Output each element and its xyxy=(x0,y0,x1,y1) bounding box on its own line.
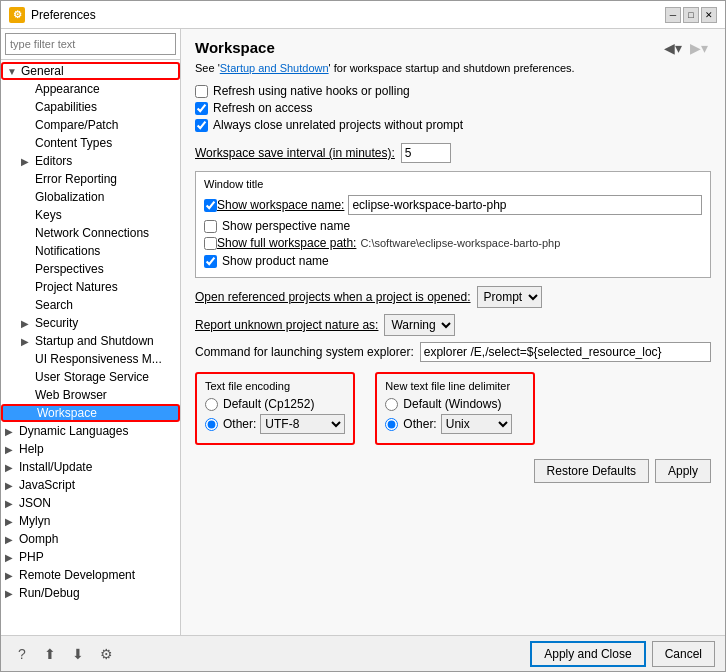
tree-item-appearance[interactable]: Appearance xyxy=(1,80,180,98)
tree-item-startup_shutdown[interactable]: ▶Startup and Shutdown xyxy=(1,332,180,350)
tree-item-general[interactable]: ▼General xyxy=(1,62,180,80)
tree-item-project_natures[interactable]: Project Natures xyxy=(1,278,180,296)
encoding-other-label[interactable]: Other: xyxy=(223,417,256,431)
show-product-label[interactable]: Show product name xyxy=(222,254,329,268)
tree-item-globalization[interactable]: Globalization xyxy=(1,188,180,206)
startup-shutdown-link[interactable]: Startup and Shutdown xyxy=(220,62,329,74)
refresh-on-access-row: Refresh on access xyxy=(195,101,711,115)
delimiter-default-radio[interactable] xyxy=(385,398,398,411)
expander-security[interactable]: ▶ xyxy=(21,318,33,329)
report-unknown-select[interactable]: Warning Error Ignore xyxy=(384,314,455,336)
save-interval-input[interactable] xyxy=(401,143,451,163)
tree-item-user_storage_service[interactable]: User Storage Service xyxy=(1,368,180,386)
tree-item-oomph[interactable]: ▶Oomph xyxy=(1,530,180,548)
show-full-path-label[interactable]: Show full workspace path: xyxy=(217,236,356,250)
tree-item-keys[interactable]: Keys xyxy=(1,206,180,224)
expander-help[interactable]: ▶ xyxy=(5,444,17,455)
nav-buttons: ◀▾ ▶▾ xyxy=(661,40,711,56)
delimiter-other-select[interactable]: Unix Windows Mac xyxy=(441,414,512,434)
tree-item-search[interactable]: Search xyxy=(1,296,180,314)
show-workspace-label[interactable]: Show workspace name: xyxy=(217,198,344,212)
tree-item-javascript[interactable]: ▶JavaScript xyxy=(1,476,180,494)
tree-item-ui_responsiveness[interactable]: UI Responsiveness M... xyxy=(1,350,180,368)
tree-item-php[interactable]: ▶PHP xyxy=(1,548,180,566)
expander-startup_shutdown[interactable]: ▶ xyxy=(21,336,33,347)
tree-item-remote_development[interactable]: ▶Remote Development xyxy=(1,566,180,584)
minimize-button[interactable]: ─ xyxy=(665,7,681,23)
expander-remote_development[interactable]: ▶ xyxy=(5,570,17,581)
tree-item-perspectives[interactable]: Perspectives xyxy=(1,260,180,278)
tree-item-json[interactable]: ▶JSON xyxy=(1,494,180,512)
tree-item-run_debug[interactable]: ▶Run/Debug xyxy=(1,584,180,602)
close-button[interactable]: ✕ xyxy=(701,7,717,23)
show-perspective-label[interactable]: Show perspective name xyxy=(222,219,350,233)
tree-item-web_browser[interactable]: Web Browser xyxy=(1,386,180,404)
delimiter-default-label[interactable]: Default (Windows) xyxy=(403,397,501,411)
expander-mylyn[interactable]: ▶ xyxy=(5,516,17,527)
search-input[interactable] xyxy=(5,33,176,55)
refresh-native-label[interactable]: Refresh using native hooks or polling xyxy=(213,84,410,98)
apply-button[interactable]: Apply xyxy=(655,459,711,483)
expander-editors[interactable]: ▶ xyxy=(21,156,33,167)
tree-item-dynamic_languages[interactable]: ▶Dynamic Languages xyxy=(1,422,180,440)
cancel-button[interactable]: Cancel xyxy=(652,641,715,667)
expander-json[interactable]: ▶ xyxy=(5,498,17,509)
show-full-path-checkbox[interactable] xyxy=(204,237,217,250)
expander-oomph[interactable]: ▶ xyxy=(5,534,17,545)
tree-item-security[interactable]: ▶Security xyxy=(1,314,180,332)
tree-label-capabilities: Capabilities xyxy=(35,100,97,114)
expander-general[interactable]: ▼ xyxy=(7,66,19,77)
tree-item-error_reporting[interactable]: Error Reporting xyxy=(1,170,180,188)
tree-label-help: Help xyxy=(19,442,44,456)
bottom-buttons: Restore Defaults Apply xyxy=(195,459,711,483)
show-product-checkbox[interactable] xyxy=(204,255,217,268)
encoding-section: Text file encoding Default (Cp1252) Othe… xyxy=(195,372,711,445)
encoding-other-select[interactable]: UTF-8 UTF-16 ISO-8859-1 US-ASCII xyxy=(260,414,345,434)
encoding-default-radio[interactable] xyxy=(205,398,218,411)
workspace-name-input[interactable] xyxy=(348,195,702,215)
tree-item-install_update[interactable]: ▶Install/Update xyxy=(1,458,180,476)
delimiter-other-label[interactable]: Other: xyxy=(403,417,436,431)
refresh-on-access-checkbox[interactable] xyxy=(195,102,208,115)
restore-defaults-button[interactable]: Restore Defaults xyxy=(534,459,649,483)
expander-dynamic_languages[interactable]: ▶ xyxy=(5,426,17,437)
expander-install_update[interactable]: ▶ xyxy=(5,462,17,473)
expander-javascript[interactable]: ▶ xyxy=(5,480,17,491)
tree-item-capabilities[interactable]: Capabilities xyxy=(1,98,180,116)
tree-item-compare_patch[interactable]: Compare/Patch xyxy=(1,116,180,134)
delimiter-other-radio[interactable] xyxy=(385,418,398,431)
tree-item-network_connections[interactable]: Network Connections xyxy=(1,224,180,242)
tree-label-search: Search xyxy=(35,298,73,312)
always-close-checkbox[interactable] xyxy=(195,119,208,132)
settings-icon[interactable]: ⚙ xyxy=(95,643,117,665)
encoding-other-radio[interactable] xyxy=(205,418,218,431)
open-referenced-select[interactable]: Prompt Always Never xyxy=(477,286,542,308)
command-input[interactable] xyxy=(420,342,711,362)
expander-php[interactable]: ▶ xyxy=(5,552,17,563)
maximize-button[interactable]: □ xyxy=(683,7,699,23)
show-workspace-checkbox[interactable] xyxy=(204,199,217,212)
refresh-on-access-label[interactable]: Refresh on access xyxy=(213,101,312,115)
show-perspective-checkbox[interactable] xyxy=(204,220,217,233)
encoding-default-label[interactable]: Default (Cp1252) xyxy=(223,397,314,411)
refresh-native-checkbox[interactable] xyxy=(195,85,208,98)
always-close-label[interactable]: Always close unrelated projects without … xyxy=(213,118,463,132)
expander-run_debug[interactable]: ▶ xyxy=(5,588,17,599)
tree-item-mylyn[interactable]: ▶Mylyn xyxy=(1,512,180,530)
back-button[interactable]: ◀▾ xyxy=(661,40,685,56)
tree-item-help[interactable]: ▶Help xyxy=(1,440,180,458)
tree-label-appearance: Appearance xyxy=(35,82,100,96)
tree-item-editors[interactable]: ▶Editors xyxy=(1,152,180,170)
panel-header: Workspace ◀▾ ▶▾ xyxy=(195,39,711,56)
tree-item-content_types[interactable]: Content Types xyxy=(1,134,180,152)
apply-close-button[interactable]: Apply and Close xyxy=(530,641,645,667)
delimiter-default-row: Default (Windows) xyxy=(385,397,525,411)
tree-item-notifications[interactable]: Notifications xyxy=(1,242,180,260)
forward-button[interactable]: ▶▾ xyxy=(687,40,711,56)
refresh-native-row: Refresh using native hooks or polling xyxy=(195,84,711,98)
report-unknown-row: Report unknown project nature as: Warnin… xyxy=(195,314,711,336)
help-icon[interactable]: ? xyxy=(11,643,33,665)
import-icon[interactable]: ⬆ xyxy=(39,643,61,665)
export-icon[interactable]: ⬇ xyxy=(67,643,89,665)
tree-item-workspace[interactable]: Workspace xyxy=(1,404,180,422)
